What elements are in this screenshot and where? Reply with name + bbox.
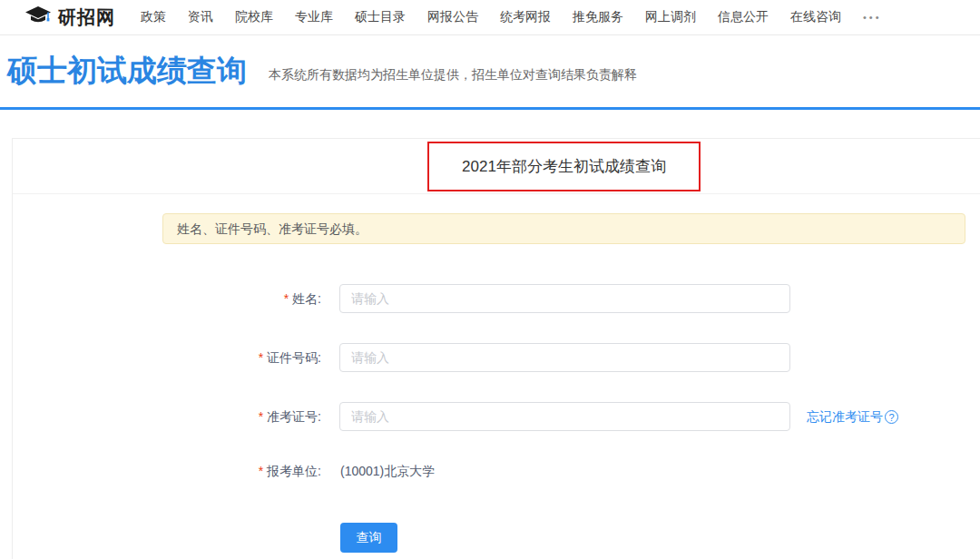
nav-item-exempt-service[interactable]: 推免服务 (562, 9, 634, 25)
header-divider (0, 107, 980, 110)
card-title: 2021年部分考生初试成绩查询 (462, 156, 666, 177)
form-row-name: *姓名: (13, 284, 980, 314)
nav-item-major-library[interactable]: 专业库 (284, 9, 344, 25)
nav-item-master-catalog[interactable]: 硕士目录 (344, 9, 416, 25)
required-asterisk: * (259, 350, 263, 365)
nav-more-icon[interactable]: ••• (852, 12, 893, 23)
card-header: 2021年部分考生初试成绩查询 (13, 139, 980, 194)
nav-item-online-consult[interactable]: 在线咨询 (779, 9, 852, 25)
nav-menu: 政策 资讯 院校库 专业库 硕士目录 网报公告 统考网报 推免服务 网上调剂 信… (130, 9, 893, 25)
forgot-ticket-link[interactable]: 忘记准考证号 ? (807, 402, 898, 432)
target-unit-label: *报考单位: (103, 456, 321, 486)
required-asterisk: * (259, 409, 263, 424)
nav-item-news[interactable]: 资讯 (177, 9, 224, 25)
target-unit-value: (10001)北京大学 (340, 456, 435, 486)
form-row-id-number: *证件号码: (13, 343, 980, 373)
nav-item-unified-exam-report[interactable]: 统考网报 (489, 9, 562, 25)
form-row-ticket-number: *准考证号: 忘记准考证号 ? (13, 402, 980, 432)
nav-item-policy[interactable]: 政策 (130, 9, 177, 25)
name-input[interactable] (339, 284, 790, 313)
page-title: 硕士初试成绩查询 (7, 51, 247, 91)
question-circle-icon: ? (885, 410, 898, 424)
site-logo[interactable]: 研招网 (24, 5, 115, 30)
annotation-box: 2021年部分考生初试成绩查询 (427, 142, 701, 191)
required-fields-notice: 姓名、证件号码、准考证号必填。 (162, 213, 965, 244)
required-asterisk: * (284, 291, 289, 306)
nav-item-online-report-notice[interactable]: 网报公告 (416, 9, 489, 25)
form-row-submit: 查询 (13, 523, 980, 553)
nav-item-info-disclosure[interactable]: 信息公开 (707, 9, 779, 25)
nav-item-online-adjustment[interactable]: 网上调剂 (634, 9, 707, 25)
site-name: 研招网 (58, 5, 115, 30)
query-card: 2021年部分考生初试成绩查询 姓名、证件号码、准考证号必填。 *姓名: *证件… (12, 138, 980, 559)
required-asterisk: * (259, 464, 263, 478)
id-number-label: *证件号码: (103, 343, 321, 373)
top-nav: 研招网 政策 资讯 院校库 专业库 硕士目录 网报公告 统考网报 推免服务 网上… (0, 0, 980, 35)
page: 研招网 政策 资讯 院校库 专业库 硕士目录 网报公告 统考网报 推免服务 网上… (0, 0, 980, 559)
ticket-number-label: *准考证号: (103, 402, 321, 432)
graduation-cap-icon (24, 5, 52, 29)
form-row-target-unit: *报考单位: (10001)北京大学 (13, 456, 980, 486)
nav-item-college-library[interactable]: 院校库 (224, 9, 284, 25)
query-button[interactable]: 查询 (340, 523, 397, 553)
page-subtitle: 本系统所有数据均为招生单位提供，招生单位对查询结果负责解释 (269, 67, 637, 83)
name-label: *姓名: (103, 284, 321, 314)
ticket-number-input[interactable] (339, 402, 790, 431)
page-header: 硕士初试成绩查询 本系统所有数据均为招生单位提供，招生单位对查询结果负责解释 (7, 51, 637, 91)
id-number-input[interactable] (339, 343, 790, 372)
